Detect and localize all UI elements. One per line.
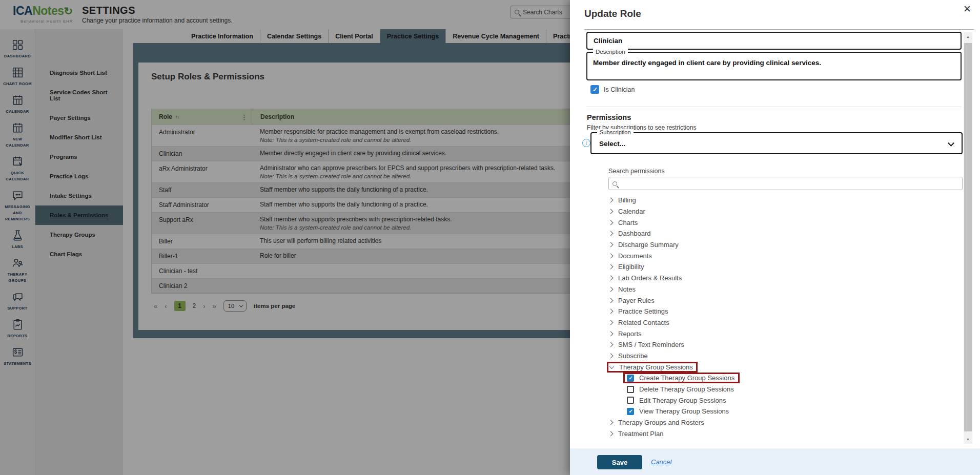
chevron-right-icon — [608, 209, 614, 214]
drawer-title: Update Role — [584, 8, 641, 19]
description-input[interactable]: Description Member directly engaged in c… — [586, 52, 962, 80]
drawer-scrollbar[interactable] — [964, 32, 972, 444]
search-permissions-label: Search permissions — [608, 168, 665, 175]
highlight-box: Therapy Group Sessions — [607, 362, 698, 373]
permission-group-row[interactable]: Related Contacts — [570, 317, 963, 328]
chevron-right-icon — [608, 231, 614, 236]
permission-group-row[interactable]: Therapy Groups and Rosters — [570, 417, 963, 428]
search-icon — [612, 181, 617, 186]
permission-group-row[interactable]: Subscribe — [570, 350, 963, 362]
chevron-down-icon — [609, 364, 615, 369]
is-clinician-row: Is Clinician — [590, 85, 635, 94]
permission-child-row: View Therapy Group Sessions — [570, 406, 963, 417]
permission-child-row: Edit Therapy Group Sessions — [570, 395, 963, 406]
chevron-right-icon — [608, 420, 614, 425]
chevron-right-icon — [608, 298, 614, 303]
chevron-right-icon — [608, 354, 614, 359]
permission-group-row[interactable]: Practice Settings — [570, 306, 963, 317]
role-name-input[interactable]: Clinician — [586, 32, 962, 50]
chevron-right-icon — [608, 220, 614, 225]
edit-therapy-group-sessions-checkbox[interactable] — [627, 397, 634, 404]
update-role-drawer: Update Role Clinician Description Member… — [570, 0, 980, 475]
permission-group-row[interactable]: Eligibility — [570, 261, 963, 273]
modal-backdrop[interactable] — [0, 0, 570, 475]
permission-group-row[interactable]: Notes — [570, 284, 963, 295]
highlight-box: Create Therapy Group Sessions — [623, 373, 740, 383]
is-clinician-checkbox[interactable] — [590, 85, 599, 94]
description-label: Description — [593, 49, 628, 55]
permission-group-row[interactable]: Calendar — [570, 206, 963, 217]
close-icon[interactable] — [961, 2, 974, 15]
permission-group-row[interactable]: Dashboard — [570, 228, 963, 239]
scroll-down-icon[interactable] — [964, 435, 972, 444]
subscription-label: Subscription — [597, 129, 634, 135]
permissions-tree: Billing Calendar Charts Dashboard — [570, 195, 963, 439]
drawer-footer: Save Cancel — [570, 448, 980, 475]
permission-group-row[interactable]: Billing — [570, 195, 963, 206]
view-therapy-group-sessions-checkbox[interactable] — [627, 408, 634, 415]
divider — [584, 29, 974, 30]
chevron-right-icon — [608, 264, 614, 270]
permission-group-row[interactable]: Payer Rules — [570, 295, 963, 306]
info-icon[interactable]: i — [582, 139, 590, 147]
permissions-heading: Permissions — [587, 113, 631, 121]
is-clinician-label: Is Clinician — [604, 86, 635, 93]
subscription-select[interactable]: Subscription Select... — [590, 132, 963, 154]
permission-group-row[interactable]: Discharge Summary — [570, 239, 963, 251]
permission-group-row[interactable]: SMS / Text Reminders — [570, 339, 963, 350]
permission-group-row[interactable]: Charts — [570, 217, 963, 228]
permission-group-row[interactable]: Treatment Plan — [570, 428, 963, 439]
permission-group-row[interactable]: Lab Orders & Results — [570, 273, 963, 284]
search-permissions-input[interactable] — [608, 177, 963, 190]
divider — [586, 107, 962, 107]
chevron-right-icon — [608, 320, 614, 325]
create-therapy-group-sessions-checkbox[interactable] — [627, 375, 634, 382]
permission-group-row[interactable]: Reports — [570, 328, 963, 339]
permission-child-row: Delete Therapy Group Sessions — [570, 384, 963, 395]
chevron-right-icon — [608, 242, 614, 247]
chevron-right-icon — [608, 198, 614, 203]
chevron-right-icon — [608, 253, 614, 258]
delete-therapy-group-sessions-checkbox[interactable] — [627, 386, 634, 393]
chevron-right-icon — [608, 431, 614, 436]
permission-child-row: Create Therapy Group Sessions — [570, 373, 963, 384]
chevron-right-icon — [608, 342, 614, 347]
chevron-right-icon — [608, 286, 614, 292]
chevron-right-icon — [608, 309, 614, 314]
chevron-down-icon — [948, 140, 954, 147]
permission-group-row-expanded[interactable]: Therapy Group Sessions — [570, 361, 963, 373]
chevron-right-icon — [608, 331, 614, 336]
save-button[interactable]: Save — [597, 455, 642, 469]
cancel-link[interactable]: Cancel — [651, 458, 671, 466]
chevron-right-icon — [608, 276, 614, 281]
permission-group-row[interactable]: Documents — [570, 250, 963, 261]
scrollbar-thumb[interactable] — [964, 43, 972, 431]
scroll-up-icon[interactable] — [964, 32, 972, 41]
